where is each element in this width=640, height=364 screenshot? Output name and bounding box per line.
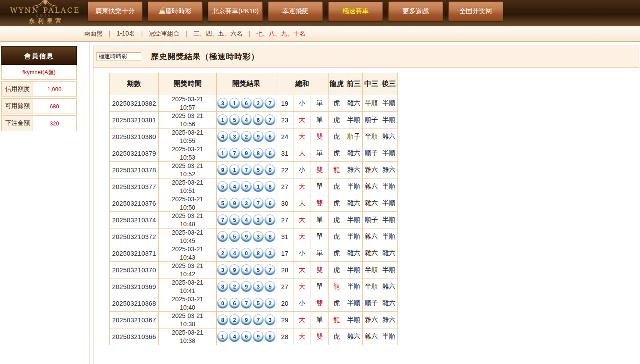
lottery-ball: 9 bbox=[229, 264, 240, 275]
back-three-cell: 半順 bbox=[380, 145, 398, 162]
game-filter-input[interactable] bbox=[97, 52, 141, 61]
front-three-cell: 雜六 bbox=[345, 145, 363, 162]
parity-cell: 單 bbox=[311, 212, 329, 228]
lottery-ball: 2 bbox=[217, 248, 228, 259]
lottery-ball: 1 bbox=[217, 148, 228, 159]
front-three-cell: 半順 bbox=[345, 178, 363, 195]
total-cell: 27 bbox=[276, 212, 293, 228]
header-result: 開獎結果 bbox=[217, 73, 276, 95]
lottery-ball: 6 bbox=[241, 331, 252, 342]
lottery-ball: 0 bbox=[265, 164, 275, 175]
total-cell: 27 bbox=[276, 178, 293, 195]
lottery-ball: 5 bbox=[253, 264, 264, 275]
lottery-ball: 6 bbox=[217, 231, 228, 242]
info-label: 下注金額 bbox=[2, 116, 32, 131]
result-cell: 54918 bbox=[217, 178, 276, 195]
front-three-cell: 順子 bbox=[345, 128, 363, 145]
table-row: 2025032103762025-03-2110:505937630大雙虎雜六雜… bbox=[110, 195, 398, 212]
table-row: 2025032103802025-03-2110:554329624大雙虎順子半… bbox=[110, 128, 398, 145]
total-cell: 20 bbox=[276, 295, 293, 312]
total-cell: 31 bbox=[276, 228, 293, 245]
nav-button[interactable]: 極速賽車 bbox=[328, 1, 383, 21]
nav-button[interactable]: 幸運飛艇 bbox=[268, 1, 323, 21]
subnav-item[interactable]: 兩面盤 bbox=[84, 30, 103, 38]
nav-button[interactable]: 全国开奖网 bbox=[448, 1, 503, 21]
dragon-tiger-cell: 虎 bbox=[329, 112, 345, 128]
period-cell: 202503210371 bbox=[110, 245, 159, 262]
front-three-cell: 雜六 bbox=[345, 245, 363, 262]
dragon-tiger-cell: 虎 bbox=[329, 195, 345, 212]
lottery-ball: 8 bbox=[217, 314, 228, 325]
table-row: 2025032103662025-03-2110:381469828大雙虎雜六雜… bbox=[110, 328, 398, 345]
table-header-row: 期數 開獎時間 開獎結果 總和 龍虎 前三 中三 後三 bbox=[110, 73, 398, 95]
subnav-separator: | bbox=[109, 30, 111, 37]
subnav-item[interactable]: 1-10名 bbox=[117, 30, 135, 38]
result-cell: 06752 bbox=[217, 295, 276, 312]
total-cell: 31 bbox=[276, 145, 293, 162]
period-cell: 202503210367 bbox=[110, 312, 159, 328]
result-cell: 24083 bbox=[217, 245, 276, 262]
lottery-ball: 0 bbox=[241, 248, 252, 259]
size-cell: 大 bbox=[293, 328, 311, 345]
period-cell: 202503210368 bbox=[110, 295, 159, 312]
results-table: 期數 開獎時間 開獎結果 總和 龍虎 前三 中三 後三 202503210382… bbox=[109, 73, 398, 345]
lottery-ball: 5 bbox=[229, 231, 240, 242]
size-cell: 小 bbox=[293, 295, 311, 312]
result-cell: 14698 bbox=[217, 328, 276, 345]
front-three-cell: 半順 bbox=[345, 295, 363, 312]
back-three-cell: 雜六 bbox=[380, 278, 398, 295]
lottery-ball: 9 bbox=[217, 164, 228, 175]
period-cell: 202503210379 bbox=[110, 145, 159, 162]
period-cell: 202503210376 bbox=[110, 195, 159, 212]
table-row: 2025032103712025-03-2110:432408317小單虎雜六雜… bbox=[110, 245, 398, 262]
member-info-title: 會員信息 bbox=[1, 46, 77, 65]
results-tbody: 2025032103822025-03-2110:573162719小單虎雜六半… bbox=[110, 95, 398, 345]
size-cell: 小 bbox=[293, 245, 311, 262]
subnav-item[interactable]: 冠亞軍組合 bbox=[149, 30, 179, 38]
result-cell: 39457 bbox=[217, 262, 276, 278]
lottery-ball: 7 bbox=[229, 148, 240, 159]
lottery-ball: 2 bbox=[241, 131, 252, 142]
info-value: 320 bbox=[32, 116, 76, 131]
lottery-ball: 3 bbox=[265, 314, 275, 325]
size-cell: 大 bbox=[293, 178, 311, 195]
result-cell: 43296 bbox=[217, 128, 276, 145]
subnav-separator: | bbox=[249, 30, 250, 37]
size-cell: 大 bbox=[293, 128, 311, 145]
lottery-ball: 9 bbox=[241, 181, 252, 192]
lottery-ball: 5 bbox=[217, 181, 228, 192]
brand-subtitle: COTAI bbox=[36, 14, 54, 18]
result-cell: 65938 bbox=[217, 228, 276, 245]
account-name: fkymnet(A盤) bbox=[1, 65, 77, 80]
nav-button[interactable]: 廣東快樂十分 bbox=[88, 1, 143, 21]
total-cell: 22 bbox=[276, 162, 293, 178]
brand-chinese-name: 永利皇宫 bbox=[26, 18, 64, 24]
period-cell: 202503210370 bbox=[110, 262, 159, 278]
parity-cell: 單 bbox=[311, 312, 329, 328]
lottery-ball: 7 bbox=[265, 264, 275, 275]
back-three-cell: 半順 bbox=[380, 228, 398, 245]
dragon-tiger-cell: 虎 bbox=[329, 295, 345, 312]
brand-logo[interactable]: WYNN PALACE COTAI 永利皇宫 bbox=[8, 0, 82, 26]
sub-nav: 兩面盤|1-10名|冠亞軍組合|三、四、五、六名|七、八、九、十名 bbox=[0, 26, 640, 42]
back-three-cell: 半順 bbox=[380, 262, 398, 278]
lottery-ball: 3 bbox=[265, 248, 275, 259]
lottery-ball: 7 bbox=[253, 198, 264, 209]
back-three-cell: 雜六 bbox=[380, 128, 398, 145]
result-cell: 75438 bbox=[217, 212, 276, 228]
nav-button[interactable]: 北京賽車(PK10) bbox=[208, 1, 263, 21]
info-label: 信用額度 bbox=[2, 82, 32, 96]
nav-button[interactable]: 重慶時時彩 bbox=[148, 1, 203, 21]
subnav-item[interactable]: 三、四、五、六名 bbox=[193, 30, 243, 38]
total-cell: 29 bbox=[276, 312, 293, 328]
lottery-ball: 1 bbox=[217, 331, 228, 342]
time-cell: 2025-03-2110:53 bbox=[159, 145, 217, 162]
period-cell: 202503210378 bbox=[110, 162, 159, 178]
parity-cell: 單 bbox=[311, 178, 329, 195]
subnav-item[interactable]: 七、八、九、十名 bbox=[257, 30, 306, 38]
lottery-ball: 9 bbox=[253, 331, 264, 342]
lottery-ball: 7 bbox=[253, 314, 264, 325]
dragon-tiger-cell: 虎 bbox=[329, 328, 345, 345]
dragon-tiger-cell: 虎 bbox=[329, 212, 345, 228]
nav-button[interactable]: 更多遊戲 bbox=[388, 1, 443, 21]
